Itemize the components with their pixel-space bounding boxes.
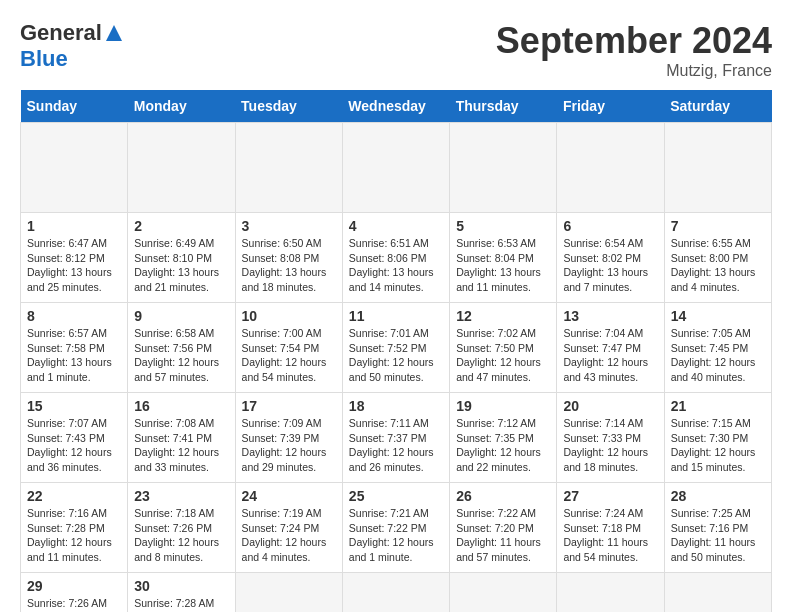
day-number: 15 [27,398,121,414]
day-number: 11 [349,308,443,324]
day-info: Sunrise: 7:22 AM Sunset: 7:20 PM Dayligh… [456,506,550,565]
day-info: Sunrise: 6:51 AM Sunset: 8:06 PM Dayligh… [349,236,443,295]
calendar-cell [342,573,449,613]
day-info: Sunrise: 6:54 AM Sunset: 8:02 PM Dayligh… [563,236,657,295]
day-number: 4 [349,218,443,234]
calendar-cell: 2Sunrise: 6:49 AM Sunset: 8:10 PM Daylig… [128,213,235,303]
calendar-cell: 20Sunrise: 7:14 AM Sunset: 7:33 PM Dayli… [557,393,664,483]
column-header-tuesday: Tuesday [235,90,342,123]
day-info: Sunrise: 7:11 AM Sunset: 7:37 PM Dayligh… [349,416,443,475]
calendar-cell: 29Sunrise: 7:26 AM Sunset: 7:14 PM Dayli… [21,573,128,613]
calendar-cell: 3Sunrise: 6:50 AM Sunset: 8:08 PM Daylig… [235,213,342,303]
month-title: September 2024 [496,20,772,62]
calendar-cell: 15Sunrise: 7:07 AM Sunset: 7:43 PM Dayli… [21,393,128,483]
column-header-friday: Friday [557,90,664,123]
column-header-sunday: Sunday [21,90,128,123]
day-number: 19 [456,398,550,414]
day-info: Sunrise: 6:53 AM Sunset: 8:04 PM Dayligh… [456,236,550,295]
calendar-cell [450,123,557,213]
logo-general-text: General [20,20,102,46]
day-number: 8 [27,308,121,324]
day-info: Sunrise: 6:58 AM Sunset: 7:56 PM Dayligh… [134,326,228,385]
day-info: Sunrise: 7:28 AM Sunset: 7:12 PM Dayligh… [134,596,228,612]
day-number: 27 [563,488,657,504]
day-number: 12 [456,308,550,324]
day-number: 2 [134,218,228,234]
day-number: 24 [242,488,336,504]
day-number: 20 [563,398,657,414]
day-info: Sunrise: 7:26 AM Sunset: 7:14 PM Dayligh… [27,596,121,612]
calendar-cell: 17Sunrise: 7:09 AM Sunset: 7:39 PM Dayli… [235,393,342,483]
day-number: 6 [563,218,657,234]
calendar-cell: 4Sunrise: 6:51 AM Sunset: 8:06 PM Daylig… [342,213,449,303]
calendar-cell [342,123,449,213]
logo: General Blue [20,20,124,72]
calendar-cell [128,123,235,213]
day-number: 25 [349,488,443,504]
day-info: Sunrise: 7:07 AM Sunset: 7:43 PM Dayligh… [27,416,121,475]
calendar-cell [450,573,557,613]
day-info: Sunrise: 7:01 AM Sunset: 7:52 PM Dayligh… [349,326,443,385]
day-number: 22 [27,488,121,504]
location: Mutzig, France [496,62,772,80]
day-info: Sunrise: 7:14 AM Sunset: 7:33 PM Dayligh… [563,416,657,475]
day-number: 28 [671,488,765,504]
calendar-cell: 1Sunrise: 6:47 AM Sunset: 8:12 PM Daylig… [21,213,128,303]
calendar-cell: 9Sunrise: 6:58 AM Sunset: 7:56 PM Daylig… [128,303,235,393]
day-number: 16 [134,398,228,414]
column-header-saturday: Saturday [664,90,771,123]
day-info: Sunrise: 7:05 AM Sunset: 7:45 PM Dayligh… [671,326,765,385]
day-info: Sunrise: 7:18 AM Sunset: 7:26 PM Dayligh… [134,506,228,565]
day-number: 5 [456,218,550,234]
calendar-header-row: SundayMondayTuesdayWednesdayThursdayFrid… [21,90,772,123]
day-info: Sunrise: 7:04 AM Sunset: 7:47 PM Dayligh… [563,326,657,385]
day-number: 3 [242,218,336,234]
day-number: 9 [134,308,228,324]
calendar-cell: 13Sunrise: 7:04 AM Sunset: 7:47 PM Dayli… [557,303,664,393]
week-row-5: 29Sunrise: 7:26 AM Sunset: 7:14 PM Dayli… [21,573,772,613]
day-number: 13 [563,308,657,324]
calendar-cell: 19Sunrise: 7:12 AM Sunset: 7:35 PM Dayli… [450,393,557,483]
day-info: Sunrise: 7:12 AM Sunset: 7:35 PM Dayligh… [456,416,550,475]
calendar-cell: 18Sunrise: 7:11 AM Sunset: 7:37 PM Dayli… [342,393,449,483]
calendar-cell: 11Sunrise: 7:01 AM Sunset: 7:52 PM Dayli… [342,303,449,393]
calendar-cell: 7Sunrise: 6:55 AM Sunset: 8:00 PM Daylig… [664,213,771,303]
page-header: General Blue September 2024 Mutzig, Fran… [20,20,772,80]
day-number: 30 [134,578,228,594]
day-info: Sunrise: 6:50 AM Sunset: 8:08 PM Dayligh… [242,236,336,295]
calendar-cell [235,573,342,613]
week-row-2: 8Sunrise: 6:57 AM Sunset: 7:58 PM Daylig… [21,303,772,393]
day-info: Sunrise: 7:16 AM Sunset: 7:28 PM Dayligh… [27,506,121,565]
calendar-cell: 25Sunrise: 7:21 AM Sunset: 7:22 PM Dayli… [342,483,449,573]
calendar-cell: 10Sunrise: 7:00 AM Sunset: 7:54 PM Dayli… [235,303,342,393]
calendar-cell [664,123,771,213]
calendar-cell [21,123,128,213]
calendar-cell: 12Sunrise: 7:02 AM Sunset: 7:50 PM Dayli… [450,303,557,393]
week-row-0 [21,123,772,213]
day-number: 18 [349,398,443,414]
calendar-cell: 16Sunrise: 7:08 AM Sunset: 7:41 PM Dayli… [128,393,235,483]
day-number: 17 [242,398,336,414]
week-row-1: 1Sunrise: 6:47 AM Sunset: 8:12 PM Daylig… [21,213,772,303]
calendar-cell: 6Sunrise: 6:54 AM Sunset: 8:02 PM Daylig… [557,213,664,303]
day-info: Sunrise: 7:02 AM Sunset: 7:50 PM Dayligh… [456,326,550,385]
logo-icon [104,23,124,43]
calendar-cell [557,573,664,613]
calendar-cell [557,123,664,213]
column-header-monday: Monday [128,90,235,123]
day-info: Sunrise: 7:09 AM Sunset: 7:39 PM Dayligh… [242,416,336,475]
day-info: Sunrise: 6:49 AM Sunset: 8:10 PM Dayligh… [134,236,228,295]
day-info: Sunrise: 7:24 AM Sunset: 7:18 PM Dayligh… [563,506,657,565]
day-info: Sunrise: 6:57 AM Sunset: 7:58 PM Dayligh… [27,326,121,385]
calendar-cell: 14Sunrise: 7:05 AM Sunset: 7:45 PM Dayli… [664,303,771,393]
calendar-cell: 26Sunrise: 7:22 AM Sunset: 7:20 PM Dayli… [450,483,557,573]
calendar-cell: 8Sunrise: 6:57 AM Sunset: 7:58 PM Daylig… [21,303,128,393]
calendar-cell: 5Sunrise: 6:53 AM Sunset: 8:04 PM Daylig… [450,213,557,303]
day-number: 14 [671,308,765,324]
day-number: 29 [27,578,121,594]
calendar-cell [235,123,342,213]
calendar-cell: 22Sunrise: 7:16 AM Sunset: 7:28 PM Dayli… [21,483,128,573]
day-info: Sunrise: 7:19 AM Sunset: 7:24 PM Dayligh… [242,506,336,565]
day-info: Sunrise: 6:55 AM Sunset: 8:00 PM Dayligh… [671,236,765,295]
title-section: September 2024 Mutzig, France [496,20,772,80]
